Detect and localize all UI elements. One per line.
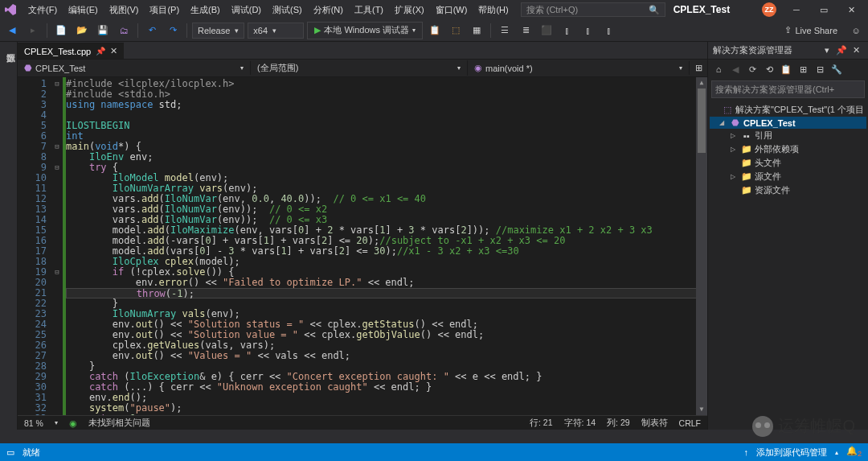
issues-ok-icon: ◉ [69, 418, 77, 428]
live-share[interactable]: ⇪Live Share [778, 25, 844, 35]
sln-sources[interactable]: ▷📁源文件 [710, 170, 866, 183]
search-box[interactable]: 搜索 (Ctrl+Q) 🔍 [521, 2, 665, 17]
line-gutter: 1234567891011121314151617181920212223242… [18, 77, 51, 415]
status-tabs[interactable]: 制表符 [641, 418, 668, 429]
fold-column[interactable]: ⊟⊟⊟⊟ [51, 77, 63, 415]
menu-analyze[interactable]: 分析(N) [308, 2, 349, 19]
status-line[interactable]: 行: 21 [530, 418, 553, 429]
avatar[interactable]: ZZ [762, 2, 776, 17]
undo-icon[interactable]: ↶ [143, 22, 161, 39]
wechat-icon [752, 416, 773, 437]
sln-pin-icon[interactable]: 📌 [834, 43, 849, 58]
status-char[interactable]: 字符: 14 [564, 418, 596, 429]
sln-refresh-icon[interactable]: ⟲ [762, 62, 776, 76]
tab-label: CPLEX_Test.cpp [24, 47, 91, 56]
share-icon: ⇪ [784, 25, 792, 35]
menu-debug[interactable]: 调试(D) [226, 2, 267, 19]
sln-tb7[interactable]: ⊟ [813, 62, 827, 76]
save-icon[interactable]: 💾 [94, 22, 112, 39]
sln-root[interactable]: ⬚解决方案"CPLEX_Test"(1 个项目 [710, 103, 866, 117]
search-placeholder: 搜索 (Ctrl+Q) [526, 4, 578, 16]
sln-back-icon[interactable]: ◀ [728, 62, 743, 76]
menu-tools[interactable]: 工具(T) [349, 2, 389, 19]
menu-extensions[interactable]: 扩展(X) [389, 2, 430, 19]
minimize-button[interactable]: ─ [783, 0, 810, 19]
tb-icon-3[interactable]: ▦ [468, 22, 485, 39]
scroll-down-icon[interactable]: ▼ [696, 404, 707, 415]
tb-icon-5[interactable]: ≣ [517, 22, 534, 39]
status-src[interactable]: 添加到源代码管理 [756, 447, 827, 459]
nav-split-icon[interactable]: ⊞ [690, 60, 707, 77]
tb-icon-8[interactable]: ⫿ [579, 22, 597, 39]
sln-tb5[interactable]: 📋 [779, 62, 793, 76]
menu-file[interactable]: 文件(F) [23, 2, 63, 19]
close-button[interactable]: ✕ [837, 0, 865, 19]
start-debug-button[interactable]: ▶本地 Windows 调试器▾ [307, 22, 423, 39]
sln-close-icon[interactable]: ✕ [849, 43, 863, 58]
status-ready-icon: ▭ [6, 447, 14, 458]
sln-refs[interactable]: ▷▪▪引用 [710, 129, 866, 142]
zoom-level[interactable]: 81 % [24, 418, 43, 428]
left-rail-datasource[interactable]: 数据源 [0, 42, 18, 430]
tb-icon-6[interactable]: ⬛ [538, 22, 555, 39]
pin-icon[interactable]: 📌 [96, 47, 105, 56]
search-icon: 🔍 [649, 5, 660, 15]
nav-scope[interactable]: ⬣CPLEX_Test▾ [18, 61, 251, 75]
new-file-icon[interactable]: 📄 [52, 22, 70, 39]
tb-icon-7[interactable]: ⫿ [559, 22, 576, 39]
sln-tb6[interactable]: ⊞ [796, 62, 810, 76]
scroll-up-icon[interactable]: ▲ [696, 77, 707, 88]
status-src-icon[interactable]: ↑ [743, 447, 748, 457]
status-bell-icon[interactable]: 🔔2 [846, 446, 862, 458]
menu-view[interactable]: 视图(V) [104, 2, 145, 19]
status-ready: 就绪 [23, 447, 40, 459]
solution-name: CPLEX_Test [674, 4, 730, 15]
tab-cplex-test[interactable]: CPLEX_Test.cpp 📌 ✕ [18, 43, 124, 59]
watermark: 运筹帷幄Q [752, 415, 855, 437]
sln-home-icon[interactable]: ⌂ [711, 62, 726, 76]
sln-project[interactable]: ◢⬣CPLEX_Test [710, 117, 866, 129]
issues-text[interactable]: 未找到相关问题 [88, 418, 150, 429]
sln-headers[interactable]: 📁头文件 [710, 156, 866, 170]
code-area[interactable]: #include <ilcplex/ilocplex.h>#include <s… [66, 77, 707, 415]
open-icon[interactable]: 📂 [73, 22, 91, 39]
sln-resources[interactable]: 📁资源文件 [710, 183, 866, 197]
menu-bar: 文件(F) 编辑(E) 视图(V) 项目(P) 生成(B) 调试(D) 测试(S… [23, 2, 514, 19]
menu-project[interactable]: 项目(P) [144, 2, 185, 19]
nav-forward-icon[interactable]: ▸ [24, 22, 42, 39]
tb-icon-2[interactable]: ⬚ [447, 22, 465, 39]
feedback-icon[interactable]: ☺ [847, 22, 865, 39]
scrollbar[interactable]: ▲ ▼ [696, 77, 707, 415]
menu-window[interactable]: 窗口(W) [430, 2, 473, 19]
sln-search[interactable]: 搜索解决方案资源管理器(Ctrl+ [711, 80, 865, 98]
config-select[interactable]: Release [192, 23, 244, 39]
tb-icon-9[interactable]: ⫿ [600, 22, 618, 39]
sln-title: 解决方案资源管理器 [713, 44, 792, 56]
play-icon: ▶ [314, 25, 321, 35]
nav-scope2[interactable]: (全局范围)▾ [251, 60, 468, 76]
menu-edit[interactable]: 编辑(E) [63, 2, 104, 19]
redo-icon[interactable]: ↷ [164, 22, 182, 39]
sln-dropdown-icon[interactable]: ▾ [820, 43, 834, 58]
tb-icon-1[interactable]: 📋 [426, 22, 444, 39]
maximize-button[interactable]: ▭ [810, 0, 837, 19]
sln-sync-icon[interactable]: ⟳ [745, 62, 760, 76]
platform-select[interactable]: x64 [248, 23, 304, 39]
menu-build[interactable]: 生成(B) [185, 2, 226, 19]
tab-close-icon[interactable]: ✕ [110, 46, 117, 56]
save-all-icon[interactable]: 🗂 [115, 22, 133, 39]
sln-settings-icon[interactable]: 🔧 [829, 62, 844, 76]
vs-logo [3, 2, 18, 17]
status-col[interactable]: 列: 29 [607, 418, 630, 429]
scroll-thumb[interactable] [698, 88, 706, 153]
sln-ext[interactable]: ▷📁外部依赖项 [710, 142, 866, 156]
nav-func[interactable]: ◉main(void *)▾ [468, 61, 690, 75]
menu-help[interactable]: 帮助(H) [473, 2, 514, 19]
menu-test[interactable]: 测试(S) [267, 2, 308, 19]
status-eol[interactable]: CRLF [679, 418, 701, 428]
nav-back-icon[interactable]: ◀ [3, 22, 21, 39]
tb-icon-4[interactable]: ☰ [496, 22, 514, 39]
